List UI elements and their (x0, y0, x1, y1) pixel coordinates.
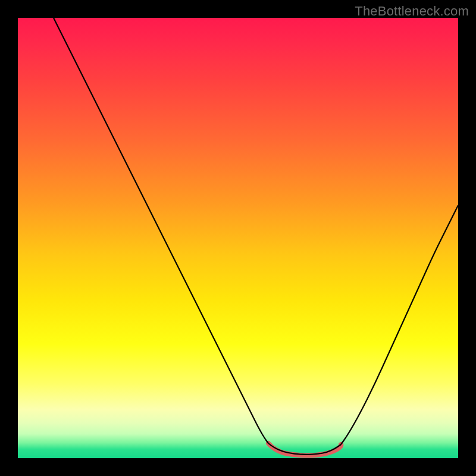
watermark-text: TheBottleneck.com (355, 4, 469, 19)
curve-layer (18, 18, 458, 458)
curve-right (341, 205, 458, 444)
chart-stage: TheBottleneck.com (0, 0, 476, 476)
curve-left (54, 18, 268, 443)
plot-area (18, 18, 458, 458)
